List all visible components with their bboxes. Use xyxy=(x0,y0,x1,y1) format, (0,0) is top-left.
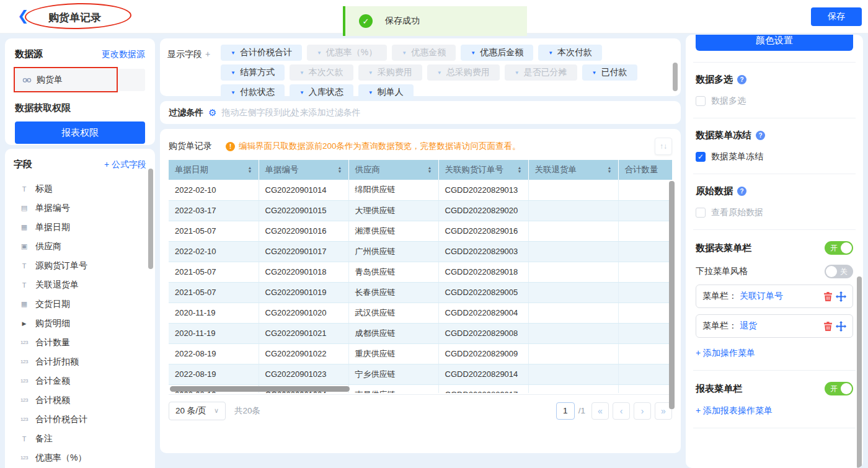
caret-down-icon: ▼ xyxy=(592,70,597,76)
add-formula-field-link[interactable]: + 公式字段 xyxy=(104,159,146,170)
table-row[interactable]: 2022-08-19CG20220901022重庆供应链CGDD20220829… xyxy=(169,343,672,364)
field-item-total-tax[interactable]: 123合计税额 xyxy=(14,391,146,410)
divider xyxy=(693,118,856,118)
table-row[interactable]: 2021-05-07CG20220901016湘潭供应链CGDD20220829… xyxy=(169,221,672,241)
field-item-discount-rate[interactable]: 123优惠率（%） xyxy=(14,448,146,467)
col-supplier[interactable]: 供应商▲▼ xyxy=(348,160,438,180)
sort-icon: ↑↓ xyxy=(660,142,667,151)
field-item-delivery-date[interactable]: ▦交货日期 xyxy=(14,294,146,314)
col-related-return[interactable]: 关联退货单▲▼ xyxy=(528,160,618,180)
field-item-return-doc[interactable]: T关联退货单 xyxy=(14,275,146,294)
expand-arrow-icon[interactable]: ▶ xyxy=(19,320,30,327)
field-item-source-order[interactable]: T源购货订单号 xyxy=(14,256,146,275)
filter-placeholder: 拖动左侧字段到此处来添加过滤条件 xyxy=(221,107,360,118)
field-item-total-tax-incl[interactable]: 123合计价税合计 xyxy=(14,410,146,429)
question-icon[interactable]: ? xyxy=(737,75,746,84)
sort-carets-icon[interactable]: ▲▼ xyxy=(608,166,612,174)
table-row[interactable]: 2022-03-17CG20220901015大理供应链CGDD20220829… xyxy=(169,200,672,221)
table-row[interactable]: 2020-11-19CG20220901020武汉供应链CGDD20220829… xyxy=(169,302,672,323)
page-number-input[interactable]: 1 xyxy=(556,402,575,420)
chip-this-debt[interactable]: ▼本次欠款 xyxy=(290,64,353,81)
add-display-field-icon[interactable]: + xyxy=(205,49,210,59)
dropdown-style-toggle[interactable]: 关 xyxy=(825,265,853,278)
field-item-total-amount[interactable]: 123合计金额 xyxy=(14,371,146,391)
change-datasource-link[interactable]: 更改数据源 xyxy=(102,49,145,60)
chip-creator[interactable]: ▼制单人 xyxy=(358,84,414,100)
color-settings-button[interactable]: 颜色设置 xyxy=(696,35,853,51)
horizontal-scrollbar[interactable] xyxy=(170,386,350,392)
field-item-doc-no[interactable]: ▤单据编号 xyxy=(14,198,146,218)
menu-item-return[interactable]: 菜单栏： 退货 xyxy=(696,314,853,338)
chip-inbound-status[interactable]: ▼入库状态 xyxy=(290,84,353,100)
sort-carets-icon[interactable]: ▲▼ xyxy=(518,166,522,174)
move-icon[interactable] xyxy=(836,321,846,332)
datasource-name: 购货单 xyxy=(37,74,63,86)
first-page-button[interactable]: « xyxy=(591,402,609,420)
col-related-order[interactable]: 关联购货订单号▲▼ xyxy=(438,160,528,180)
table-menubar-toggle[interactable]: 开 xyxy=(825,241,853,255)
calendar-icon: ▦ xyxy=(19,223,30,231)
table-title: 购货单记录 xyxy=(169,141,212,152)
page-size-select[interactable]: 20 条/页 ∨ xyxy=(169,402,226,420)
prev-page-button[interactable]: ‹ xyxy=(613,402,630,420)
save-button[interactable]: 保存 xyxy=(811,7,862,26)
menu-freeze-label: 数据菜单冻结 xyxy=(711,151,763,162)
chips-scrollbar[interactable] xyxy=(673,63,678,91)
table-row[interactable]: 2022-02-10CG20220901017广州供应链CGDD20220829… xyxy=(169,241,672,262)
table-row[interactable]: 2020-11-19CG20220901021成都供应链CGDD20220829… xyxy=(169,323,672,343)
report-menubar-toggle[interactable]: 开 xyxy=(825,382,853,395)
menu-freeze-checkbox[interactable]: ✓ xyxy=(696,152,706,162)
field-item-supplier[interactable]: ▣供应商 xyxy=(14,237,146,256)
field-item-remark[interactable]: T备注 xyxy=(14,429,146,448)
add-report-action-menu-link[interactable]: + 添加报表操作菜单 xyxy=(696,405,853,417)
field-item-purchase-detail[interactable]: ▶购货明细 xyxy=(14,314,146,333)
chip-discount-rate[interactable]: ▼优惠率（%） xyxy=(307,45,387,61)
trash-icon[interactable] xyxy=(823,321,833,332)
table-row[interactable]: 2022-08-19CG20220901023宁乡供应链CGDD20220829… xyxy=(169,364,672,384)
datasource-item[interactable]: 购货单 xyxy=(15,69,145,91)
chip-total-purchase-cost[interactable]: ▼总采购费用 xyxy=(427,64,500,81)
sort-carets-icon[interactable]: ▲▼ xyxy=(248,166,252,174)
trash-icon[interactable] xyxy=(823,291,833,302)
menu-item-related-order[interactable]: 菜单栏： 关联订单号 xyxy=(696,285,853,308)
table-row[interactable]: 2021-05-07CG20220901019长春供应链CGDD20220829… xyxy=(169,282,672,302)
field-item-title[interactable]: T标题 xyxy=(14,179,146,198)
number-icon: 123 xyxy=(19,455,30,461)
settings-scrollbar[interactable] xyxy=(857,276,862,468)
table-vertical-scrollbar[interactable] xyxy=(669,181,675,409)
report-permission-button[interactable]: 报表权限 xyxy=(15,121,145,144)
col-total-qty[interactable]: 合计数量 xyxy=(618,160,672,180)
sort-order-button[interactable]: ↑↓ xyxy=(655,138,672,155)
multi-select-checkbox[interactable] xyxy=(696,96,706,106)
add-action-menu-link[interactable]: + 添加操作菜单 xyxy=(696,348,853,359)
field-item-total-discount[interactable]: 123合计折扣额 xyxy=(14,352,146,371)
raw-data-checkbox[interactable] xyxy=(696,208,706,218)
chip-total-tax-incl[interactable]: ▼合计价税合计 xyxy=(221,45,302,61)
fields-scrollbar[interactable] xyxy=(148,169,153,269)
chip-paid[interactable]: ▼已付款 xyxy=(582,64,637,81)
field-item-doc-date[interactable]: ▦单据日期 xyxy=(14,218,146,237)
move-icon[interactable] xyxy=(836,291,846,302)
chip-allocated[interactable]: ▼是否已分摊 xyxy=(505,64,577,81)
table-row[interactable]: 2021-05-07CG20220901018青岛供应链CGDD20220829… xyxy=(169,262,672,282)
field-item-total-qty[interactable]: 123合计数量 xyxy=(14,333,146,352)
sort-carets-icon[interactable]: ▲▼ xyxy=(428,166,432,174)
back-icon[interactable]: ❮ xyxy=(17,9,29,24)
chip-purchase-cost[interactable]: ▼采购费用 xyxy=(358,64,422,81)
divider xyxy=(693,229,856,230)
col-doc-no[interactable]: 单据编号▲▼ xyxy=(259,160,348,180)
chip-discount-amount[interactable]: ▼优惠金额 xyxy=(392,45,456,61)
chip-settlement[interactable]: ▼结算方式 xyxy=(221,64,285,81)
datasource-header: 数据源 更改数据源 xyxy=(15,48,145,60)
sort-carets-icon[interactable]: ▲▼ xyxy=(338,166,342,174)
chip-this-payment[interactable]: ▼本次付款 xyxy=(538,45,602,61)
page-nav-buttons: « ‹ › » xyxy=(591,402,672,420)
gear-icon[interactable]: ⚙ xyxy=(208,107,216,118)
question-icon[interactable]: ? xyxy=(737,187,746,196)
col-doc-date[interactable]: 单据日期▲▼ xyxy=(169,160,259,180)
chip-payment-status[interactable]: ▼付款状态 xyxy=(221,84,285,100)
chip-after-discount[interactable]: ▼优惠后金额 xyxy=(461,45,533,61)
question-icon[interactable]: ? xyxy=(756,131,765,140)
table-row[interactable]: 2022-02-10CG20220901014绵阳供应链CGDD20220829… xyxy=(169,180,672,200)
next-page-button[interactable]: › xyxy=(634,402,651,420)
